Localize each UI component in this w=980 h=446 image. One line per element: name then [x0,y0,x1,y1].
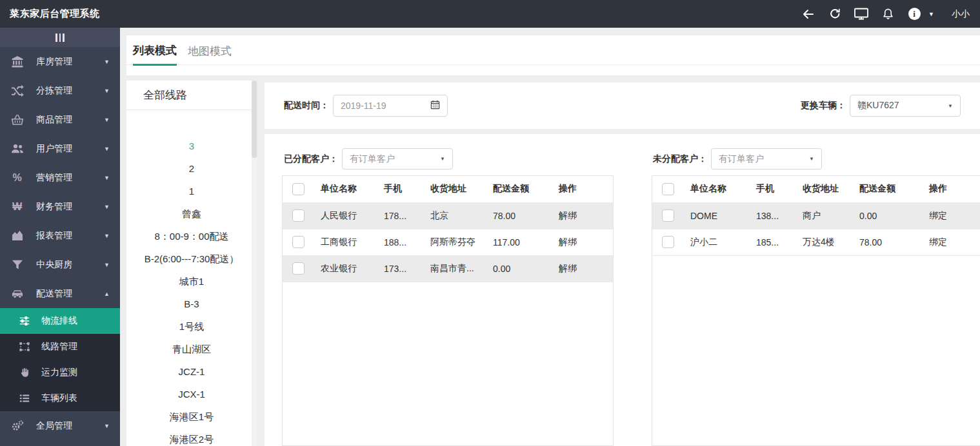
sidebar-item-finance[interactable]: ₩ 财务管理 ▼ [0,192,120,221]
route-item[interactable]: 1号线 [126,315,257,338]
sidebar-item-label: 分拣管理 [36,85,72,97]
action-link[interactable]: 解绑 [551,229,613,255]
username[interactable]: 小小 [952,8,970,20]
table-row: DOME138...商户0.00绑定 [652,202,980,229]
chevron-down-icon: ▼ [809,156,814,162]
column-header: 配送金额 [852,176,921,202]
sidebar-subitem-label: 车辆列表 [41,393,77,404]
row-checkbox[interactable] [292,262,305,275]
assigned-customers-table: 单位名称手机收货地址配送金额操作人民银行178...北京78.00解绑工商银行1… [282,175,614,446]
sidebar-item-label: 全局管理 [36,420,72,432]
route-item[interactable]: 青山湖区 [126,338,257,360]
refresh-icon[interactable] [828,7,842,21]
sidebar-subitem-route-management[interactable]: 线路管理 [0,334,120,360]
table-cell: 南昌市青... [423,255,485,282]
table-row: 工商银行188...阿斯蒂芬夺117.00解绑 [283,229,613,255]
sidebar-item-central-kitchen[interactable]: 中央厨房 ▼ [0,250,120,279]
table-header-row: 单位名称手机收货地址配送金额操作 [283,176,613,202]
assigned-customer-select[interactable]: 有订单客户 ▼ [342,148,453,170]
action-link[interactable]: 解绑 [551,255,613,282]
unassigned-customer-select[interactable]: 有订单客户 ▼ [711,148,822,170]
chevron-down-icon: ▼ [104,117,110,123]
row-checkbox[interactable] [662,209,674,222]
assigned-customer-value: 有订单客户 [350,153,395,165]
route-item[interactable]: JCX-1 [126,383,257,405]
action-link[interactable]: 绑定 [921,202,980,229]
delivery-date-value: 2019-11-19 [341,101,386,111]
route-item[interactable]: 海港区1号 [126,405,257,428]
collapse-bars-icon [55,34,65,42]
sidebar-subitem-vehicle-list[interactable]: 车辆列表 [0,385,120,411]
chevron-down-icon: ▼ [104,204,110,210]
won-sign-icon: ₩ [10,200,24,213]
route-item[interactable]: 3 [126,135,257,157]
sliders-icon [18,315,30,327]
assigned-label: 已分配客户： [284,153,338,165]
route-item[interactable]: B-2(6:00---7:30配送） [126,247,257,270]
bell-icon[interactable] [881,7,895,21]
route-item[interactable]: 8：00-9：00配送 [126,225,257,247]
vehicle-select[interactable]: 赣KU7627 ▼ [850,95,961,117]
sidebar-item-sorting[interactable]: 分拣管理 ▼ [0,76,120,105]
column-header: 单位名称 [683,176,748,202]
row-checkbox[interactable] [292,236,305,248]
table-cell: 北京 [423,202,485,229]
back-icon[interactable] [801,7,815,21]
action-link[interactable]: 解绑 [551,202,613,229]
topbar-actions: i ▼ 小小 [801,7,980,21]
sidebar-subitem-capacity-monitor[interactable]: 运力监测 [0,360,120,385]
row-checkbox[interactable] [292,209,305,222]
select-all-checkbox[interactable] [292,183,305,195]
sidebar-item-warehouse[interactable]: 库房管理 ▼ [0,47,120,76]
delivery-submenu: 物流排线 线路管理 运力监测 车辆列表 [0,308,120,411]
delivery-time-group: 配送时间： 2019-11-19 [284,95,448,117]
topbar: 菜东家后台管理系统 i ▼ 小小 [0,0,980,28]
route-item[interactable]: 2 [126,157,257,180]
route-item[interactable]: 海港区2号 [126,428,257,446]
table-cell: DOME [683,202,748,229]
sidebar-item-goods[interactable]: 商品管理 ▼ [0,105,120,134]
chevron-down-icon: ▼ [104,175,110,181]
tab-list-mode[interactable]: 列表模式 [133,43,177,66]
info-icon[interactable]: i [907,7,921,21]
delivery-date-input[interactable]: 2019-11-19 [333,95,448,117]
route-list: 321曾鑫8：00-9：00配送B-2(6:00---7:30配送）城市1B-3… [126,110,257,446]
route-list-scrollbar[interactable] [252,81,257,446]
route-item[interactable]: 1 [126,180,257,202]
select-all-checkbox[interactable] [662,183,674,195]
table-cell: 138... [748,202,795,229]
table-cell: 188... [376,229,423,255]
route-item[interactable]: JCZ-1 [126,360,257,383]
change-vehicle-label: 更换车辆： [801,100,846,112]
column-header: 单位名称 [313,176,376,202]
sidebar-subitem-logistics-routing[interactable]: 物流排线 [0,308,120,334]
sidebar-item-global[interactable]: 全局管理 ▼ [0,411,120,440]
sidebar-item-reports[interactable]: 报表管理 ▼ [0,221,120,250]
table-cell: 商户 [795,202,852,229]
calendar-icon[interactable] [430,100,440,112]
column-header: 收货地址 [795,176,852,202]
hand-icon [18,367,30,379]
monitor-icon[interactable] [854,7,868,21]
column-header: 操作 [921,176,980,202]
route-item[interactable]: 曾鑫 [126,202,257,225]
column-header: 手机 [748,176,795,202]
unassigned-customers-table: 单位名称手机收货地址配送金额操作DOME138...商户0.00绑定沪小二185… [652,175,980,446]
tab-map-mode[interactable]: 地图模式 [188,44,232,64]
route-item[interactable]: B-3 [126,293,257,315]
delivery-time-label: 配送时间： [284,100,329,112]
chevron-down-icon: ▼ [104,423,110,429]
unassigned-customer-value: 有订单客户 [719,153,764,165]
scrollbar-thumb[interactable] [252,81,257,158]
sidebar-item-label: 商品管理 [36,114,72,126]
action-link[interactable]: 绑定 [921,229,980,255]
user-dropdown-caret-icon[interactable]: ▼ [928,11,934,17]
sidebar-item-users[interactable]: 用户管理 ▼ [0,134,120,163]
route-item[interactable]: 城市1 [126,270,257,293]
column-header: 手机 [376,176,423,202]
chevron-down-icon: ▼ [440,156,445,162]
sidebar-collapse-button[interactable] [0,28,120,47]
sidebar-item-delivery[interactable]: 配送管理 ▲ [0,279,120,308]
sidebar-item-marketing[interactable]: % 营销管理 ▼ [0,163,120,192]
row-checkbox[interactable] [662,236,674,248]
